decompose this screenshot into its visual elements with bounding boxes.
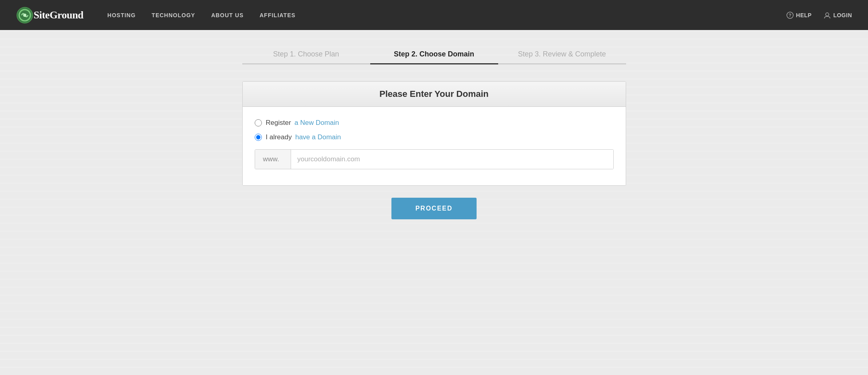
step-2[interactable]: Step 2. Choose Domain xyxy=(370,50,498,69)
step-3-label: Step 3. Review & Complete xyxy=(498,50,626,63)
form-title: Please Enter Your Domain xyxy=(379,89,489,99)
existing-radio[interactable] xyxy=(255,134,262,141)
step-1-line xyxy=(242,63,370,64)
step-2-label: Step 2. Choose Domain xyxy=(370,50,498,63)
navbar: SiteGround HOSTING TECHNOLOGY ABOUT US A… xyxy=(0,0,868,30)
domain-input-row: www. xyxy=(255,149,614,169)
step-3-line xyxy=(498,63,626,64)
login-link[interactable]: LOGIN xyxy=(824,12,852,19)
register-option[interactable]: Register a New Domain xyxy=(255,119,614,127)
nav-link-affiliates[interactable]: AFFILIATES xyxy=(259,12,295,18)
logo-icon xyxy=(16,6,34,24)
proceed-button[interactable]: PROCEED xyxy=(391,198,477,219)
form-card-header: Please Enter Your Domain xyxy=(243,82,626,107)
logo-text: SiteGround xyxy=(34,9,84,21)
existing-option[interactable]: I already have a Domain xyxy=(255,133,614,141)
logo[interactable]: SiteGround xyxy=(16,6,84,24)
svg-point-2 xyxy=(23,14,26,17)
help-link[interactable]: ? HELP xyxy=(786,12,812,19)
nav-link-hosting[interactable]: HOSTING xyxy=(108,12,136,18)
form-card-body: Register a New Domain I already have a D… xyxy=(243,107,626,185)
proceed-container: PROCEED xyxy=(242,198,626,219)
register-label: Register a New Domain xyxy=(266,119,339,127)
www-prefix: www. xyxy=(255,150,291,169)
svg-text:?: ? xyxy=(788,13,791,18)
user-icon xyxy=(824,12,831,19)
step-1-label: Step 1. Choose Plan xyxy=(242,50,370,63)
domain-input[interactable] xyxy=(291,150,613,169)
domain-form-card: Please Enter Your Domain Register a New … xyxy=(242,81,626,186)
nav-link-technology[interactable]: TECHNOLOGY xyxy=(152,12,195,18)
nav-links: HOSTING TECHNOLOGY ABOUT US AFFILIATES xyxy=(108,12,786,18)
existing-label: I already have a Domain xyxy=(266,133,341,141)
nav-right: ? HELP LOGIN xyxy=(786,12,852,19)
step-2-line xyxy=(370,63,498,64)
register-radio[interactable] xyxy=(255,119,262,126)
main-content: Step 1. Choose Plan Step 2. Choose Domai… xyxy=(0,30,868,375)
help-icon: ? xyxy=(786,12,794,19)
new-domain-link[interactable]: a New Domain xyxy=(295,119,339,126)
step-3[interactable]: Step 3. Review & Complete xyxy=(498,50,626,69)
have-domain-link[interactable]: have a Domain xyxy=(295,133,341,141)
svg-point-5 xyxy=(826,13,829,16)
steps-progress: Step 1. Choose Plan Step 2. Choose Domai… xyxy=(242,50,626,69)
nav-link-about-us[interactable]: ABOUT US xyxy=(211,12,243,18)
step-1[interactable]: Step 1. Choose Plan xyxy=(242,50,370,69)
